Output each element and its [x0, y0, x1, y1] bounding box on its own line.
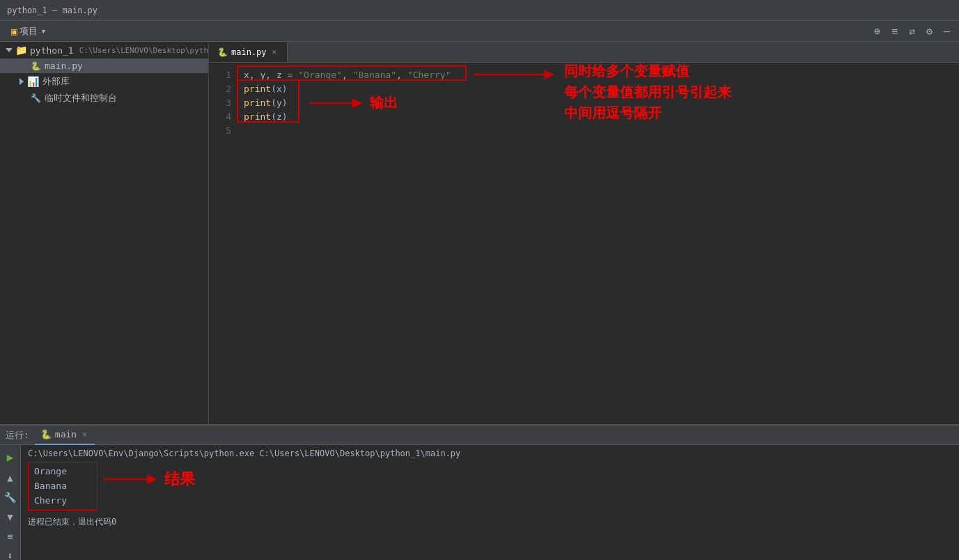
- temp-icon: 🔧: [31, 93, 41, 103]
- add-icon[interactable]: ⊕: [871, 24, 884, 39]
- collapsed-icon: [20, 78, 24, 85]
- console-finish: 进程已结束，退出代码0: [28, 516, 952, 528]
- sidebar-project-header[interactable]: 📁 python_1 C:\Users\LENOVO\Desktop\pytho…: [0, 42, 208, 59]
- tab-mainpy[interactable]: 🐍 main.py ✕: [209, 42, 288, 62]
- sidebar-item-temp[interactable]: 🔧 临时文件和控制台: [0, 90, 208, 107]
- run-button[interactable]: ▶: [5, 449, 16, 466]
- console-tab-bar: 运行: 🐍 main ✕: [0, 426, 959, 445]
- minimize-icon[interactable]: —: [940, 24, 953, 39]
- tab-file-icon: 🐍: [217, 47, 228, 57]
- settings-icon[interactable]: ⚙: [923, 24, 936, 39]
- lib-icon: 📊: [27, 76, 39, 87]
- console-output-area[interactable]: C:\Users\LENOVO\Env\Django\Scripts\pytho…: [21, 445, 959, 560]
- scroll-up-button[interactable]: ▲: [5, 470, 15, 485]
- sidebar-lib-label: 外部库: [42, 75, 70, 88]
- scroll-down-button[interactable]: ▼: [5, 509, 15, 524]
- expand-icon: [6, 48, 13, 52]
- python-file-icon: 🐍: [31, 61, 41, 71]
- menu-bar: ▣ 项目 ▾ ⊕ ≡ ⇄ ⚙ —: [0, 21, 959, 42]
- result-arrow-svg: [104, 472, 160, 486]
- project-path: C:\Users\LENOVO\Desktop\python_1: [79, 46, 209, 55]
- list-icon[interactable]: ≡: [888, 24, 901, 39]
- output-line-banana: Banana: [34, 479, 91, 494]
- assignment-arrow-svg: [474, 68, 557, 81]
- sidebar-file-name: main.py: [45, 61, 83, 71]
- align-icon[interactable]: ≡: [5, 529, 15, 544]
- console-body: ▶ ▲ 🔧 ▼ ≡ ⬇ 🖨 🗑 📌 C:\Users\LENOVO\Env\Dj…: [0, 445, 959, 560]
- down-arrow-icon[interactable]: ⬇: [5, 548, 15, 560]
- code-line-5: [244, 124, 959, 138]
- console-command: C:\Users\LENOVO\Env\Django\Scripts\pytho…: [28, 449, 952, 458]
- folder-icon: ▣: [11, 26, 17, 37]
- run-label: 运行:: [6, 429, 29, 442]
- bottom-panel: 运行: 🐍 main ✕ ▶ ▲ 🔧 ▼ ≡ ⬇ 🖨 🗑 📌 C:\Users\…: [0, 424, 959, 560]
- project-name: python_1: [30, 45, 74, 56]
- project-folder-icon: 📁: [15, 45, 27, 56]
- editor-area: 🐍 main.py ✕ 1 2 3 4 5 x, y, z = "Orange"…: [209, 42, 959, 424]
- code-content[interactable]: x, y, z = "Orange", "Banana", "Cherry" p…: [237, 63, 959, 424]
- result-annotation: 结果: [104, 469, 195, 490]
- assignment-text: 同时给多个变量赋值 每个变量值都用引号引起来 中间用逗号隔开: [564, 63, 731, 123]
- title-bar: python_1 — main.py: [0, 0, 959, 21]
- sidebar-item-mainpy[interactable]: 🐍 main.py: [0, 59, 208, 73]
- line-numbers: 1 2 3 4 5: [209, 63, 237, 424]
- sidebar-temp-label: 临时文件和控制台: [45, 92, 117, 104]
- code-editor[interactable]: 1 2 3 4 5 x, y, z = "Orange", "Banana", …: [209, 63, 959, 424]
- console-output-box: Orange Banana Cherry: [28, 462, 98, 511]
- output-line-cherry: Cherry: [34, 494, 91, 508]
- console-toolbar: ▶ ▲ 🔧 ▼ ≡ ⬇ 🖨 🗑 📌: [0, 445, 21, 560]
- transfer-icon[interactable]: ⇄: [905, 24, 919, 39]
- output-line-orange: Orange: [34, 465, 91, 479]
- console-tab-close[interactable]: ✕: [80, 429, 89, 440]
- sidebar-item-extlib[interactable]: 📊 外部库: [0, 73, 208, 90]
- assignment-annotation: 同时给多个变量赋值 每个变量值都用引号引起来 中间用逗号隔开: [474, 63, 731, 123]
- title-bar-text: python_1 — main.py: [7, 6, 98, 15]
- menu-project[interactable]: ▣ 项目 ▾: [6, 23, 52, 40]
- result-label: 结果: [164, 469, 195, 490]
- sidebar: 📁 python_1 C:\Users\LENOVO\Desktop\pytho…: [0, 42, 209, 424]
- tab-close-button[interactable]: ✕: [270, 47, 279, 57]
- console-tab-main[interactable]: 🐍 main ✕: [35, 426, 95, 445]
- wrench-icon[interactable]: 🔧: [2, 490, 18, 505]
- console-output-with-annotation: Orange Banana Cherry 结果: [28, 462, 952, 511]
- console-tab-name: main: [55, 429, 77, 440]
- tab-filename: main.py: [231, 47, 267, 57]
- chevron-down-icon: ▾: [40, 26, 46, 36]
- main-area: 📁 python_1 C:\Users\LENOVO\Desktop\pytho…: [0, 42, 959, 424]
- tab-bar: 🐍 main.py ✕: [209, 42, 959, 63]
- console-tab-icon: 🐍: [40, 429, 52, 440]
